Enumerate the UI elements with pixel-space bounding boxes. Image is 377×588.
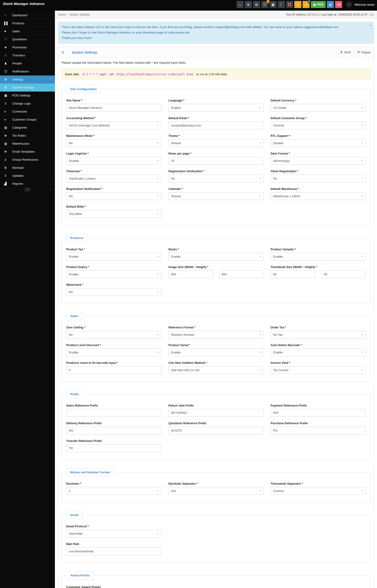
alerts-button[interactable]: ⚠ 6 bbox=[303, 1, 310, 8]
product-level-discount-select[interactable]: Enable ▼ bbox=[66, 349, 161, 356]
delivery-reference-prefix-input[interactable] bbox=[66, 427, 161, 434]
sidebar-collapse-button[interactable]: « bbox=[24, 187, 31, 192]
timezone-select[interactable]: Asia/Kuala_Lumpur ▼ bbox=[66, 175, 161, 182]
clear-button[interactable]: ⌫ bbox=[335, 1, 342, 8]
image-height-input[interactable] bbox=[219, 270, 264, 278]
default-email-input[interactable] bbox=[168, 122, 264, 129]
language-button[interactable] bbox=[286, 1, 293, 8]
download-button[interactable]: ⇩ bbox=[294, 1, 301, 8]
cart-item-addition-select[interactable]: Add New Item to cart ▼ bbox=[168, 366, 264, 374]
image-size-label: Image Size (Width : Height) * bbox=[168, 265, 264, 269]
sidebar-item-dashboard[interactable]: ◔ Dashboard bbox=[0, 11, 55, 19]
default-customer-group-select[interactable]: General ▼ bbox=[271, 122, 366, 129]
registration-verification-select[interactable]: No ▼ bbox=[168, 175, 264, 182]
pos-button[interactable]: ▦ POS bbox=[311, 1, 326, 8]
sidebar-item-products[interactable]: ▌▌ Products ⌄ bbox=[0, 19, 55, 27]
sidebar-item-quotations[interactable]: ♡ Quotations ⌄ bbox=[0, 35, 55, 43]
over-selling-select[interactable]: No ▼ bbox=[66, 331, 161, 338]
sidebar-item-transfers[interactable]: ☆ Transfers ⌄ bbox=[0, 51, 55, 60]
chevron-icon: ⌄ bbox=[49, 38, 52, 41]
payment-reference-prefix-label: Payment Reference Prefix bbox=[271, 404, 366, 407]
caret-down-icon: ▼ bbox=[361, 124, 363, 126]
sidebar-item-warehouses[interactable]: ▥ Warehouses bbox=[0, 140, 55, 148]
shortcut-settings-button[interactable]: ⚙ bbox=[245, 1, 252, 8]
sidebar-item-customer-groups[interactable]: ∞ Customer Groups bbox=[0, 116, 55, 124]
invoice-view-select[interactable]: Tax Invoice ▼ bbox=[271, 366, 366, 374]
rows-per-page-label: Rows per page * bbox=[168, 152, 264, 155]
maintenance-mode-select[interactable]: No ▼ bbox=[66, 139, 161, 147]
sidebar-item-pos-settings[interactable]: ▦ POS Settings bbox=[0, 92, 55, 100]
paypal-link[interactable]: P Paypal bbox=[354, 47, 374, 58]
payment-reference-prefix-input[interactable] bbox=[271, 409, 366, 417]
notifications-button[interactable]: ⓘ 1 bbox=[261, 1, 268, 8]
login-captcha-select[interactable]: Disable ▼ bbox=[66, 157, 161, 165]
thousands-separator-select[interactable]: Comma ▼ bbox=[271, 487, 366, 495]
product-tax-select[interactable]: Enable ▼ bbox=[66, 253, 161, 261]
sidebar-item-reports[interactable]: ▟ Reports ⌄ bbox=[0, 180, 55, 188]
barcode-input-count-input[interactable] bbox=[66, 366, 161, 374]
watermark-select[interactable]: No ▼ bbox=[66, 288, 161, 296]
thumbnail-height-input[interactable] bbox=[321, 270, 366, 278]
site-name-label: Site Name * bbox=[66, 99, 161, 102]
return-sale-prefix-input[interactable] bbox=[168, 409, 264, 417]
racks-select[interactable]: Enable ▼ bbox=[168, 253, 264, 261]
sidebar-item-backups[interactable]: ≣ Backups bbox=[0, 164, 55, 172]
product-expiry-select[interactable]: Enable ▼ bbox=[66, 270, 161, 278]
mail-path-input[interactable] bbox=[66, 547, 161, 555]
sidebar-item-categories[interactable]: ▤ Categories bbox=[0, 124, 55, 132]
sidebar-item-notifications[interactable]: ⓘ Notifications bbox=[0, 67, 55, 75]
language-select[interactable]: English ▼ bbox=[168, 104, 264, 112]
allow-registration-select[interactable]: No ▼ bbox=[271, 175, 366, 182]
sidebar-item-people[interactable]: ♟ People ⌄ bbox=[0, 60, 55, 67]
registration-notification-select[interactable]: No ▼ bbox=[66, 192, 161, 200]
accounting-method-select[interactable]: AVCO (Average Cost Method) ▼ bbox=[66, 122, 161, 129]
sidebar-item-sales[interactable]: ♥ Sales ⌄ bbox=[0, 27, 55, 35]
products-legend: Products bbox=[66, 234, 87, 242]
sidebar-item-group-permissions[interactable]: ⚷ Group Permissions bbox=[0, 156, 55, 164]
sidebar-item-system-settings[interactable]: ⚙ System Settings bbox=[0, 84, 55, 92]
user-avatar[interactable]: ☻ bbox=[345, 1, 353, 8]
sidebar-item-purchases[interactable]: ★ Purchases ⌄ bbox=[0, 43, 55, 51]
sidebar-item-email-templates[interactable]: ✉ Email Templates bbox=[0, 148, 55, 156]
default-biller-select[interactable]: Test Biller ▼ bbox=[66, 210, 161, 218]
breadcrumb-home-link[interactable]: Home bbox=[58, 13, 66, 16]
close-icon[interactable]: × bbox=[369, 23, 371, 27]
theme-button[interactable]: ☾ bbox=[278, 1, 285, 8]
thumbnail-width-input[interactable] bbox=[271, 270, 315, 278]
order-tax-select[interactable]: No Tax ▼ bbox=[271, 331, 366, 338]
calendar-button[interactable]: ▦ bbox=[270, 1, 277, 8]
rtl-support-select[interactable]: Disable ▼ bbox=[271, 139, 366, 147]
shortcut-dashboard-button[interactable]: ⌂ bbox=[236, 1, 244, 8]
site-name-input[interactable] bbox=[66, 104, 161, 112]
theme-select[interactable]: Default ▼ bbox=[168, 139, 264, 147]
email-protocol-select[interactable]: Send Mail ▼ bbox=[66, 530, 161, 538]
product-variants-select[interactable]: Enable ▼ bbox=[271, 253, 366, 261]
calculator-button[interactable]: ⊞ bbox=[253, 1, 260, 8]
rows-per-page-input[interactable] bbox=[168, 157, 264, 165]
decimals-select[interactable]: 2 ▼ bbox=[66, 487, 161, 495]
sidebar-item-label: Currencies bbox=[12, 110, 52, 113]
sidebar-item-currencies[interactable]: ¤ Currencies bbox=[0, 108, 55, 116]
corn-job-alert: Corn Job: 0 1 * * * wget -q0- http://loc… bbox=[61, 69, 371, 80]
auto-detect-barcode-select[interactable]: Enable ▼ bbox=[271, 349, 366, 356]
skrill-label: Skrill bbox=[344, 50, 351, 54]
sidebar-item-change-logo[interactable]: ⇪ Change Logo bbox=[0, 100, 55, 108]
purchase-reference-prefix-input[interactable] bbox=[271, 427, 366, 434]
skrill-link[interactable]: ♜ Skrill bbox=[336, 47, 354, 58]
list-button[interactable]: ▤ bbox=[327, 1, 334, 8]
transfer-reference-prefix-input[interactable] bbox=[66, 444, 161, 452]
default-currency-select[interactable]: US Dollar ▼ bbox=[271, 104, 366, 112]
sidebar-item-tax-rates[interactable]: ⊕ Tax Rates bbox=[0, 132, 55, 140]
reference-format-select[interactable]: Random Number ▼ bbox=[168, 331, 264, 338]
default-warehouse-select[interactable]: Warehouse 1 (WHI) ▼ bbox=[271, 192, 366, 200]
calender-select[interactable]: Shared ▼ bbox=[168, 192, 264, 200]
decimals-separator-select[interactable]: Dot ▼ bbox=[168, 487, 264, 495]
chevron-icon: ⌄ bbox=[49, 54, 52, 57]
sidebar-item-updates[interactable]: ↥ Updates bbox=[0, 172, 55, 180]
sales-reference-prefix-input[interactable] bbox=[66, 409, 161, 417]
image-width-input[interactable] bbox=[168, 270, 213, 278]
product-serial-select[interactable]: Enable ▼ bbox=[168, 349, 264, 356]
sidebar-item-settings[interactable]: ⚙ Settings ⌃ bbox=[0, 75, 55, 84]
date-format-select[interactable]: dd/mm/yyyy ▼ bbox=[271, 157, 366, 165]
quotation-reference-prefix-input[interactable] bbox=[168, 427, 264, 434]
